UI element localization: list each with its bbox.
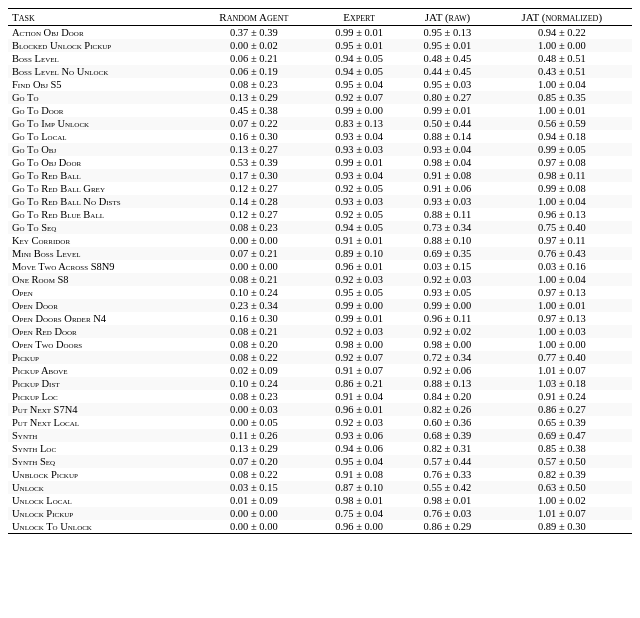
value-cell: 0.98 ± 0.01	[403, 494, 491, 507]
value-cell: 0.88 ± 0.14	[403, 130, 491, 143]
task-cell: Mini Boss Level	[8, 247, 193, 260]
value-cell: 0.08 ± 0.23	[193, 78, 315, 91]
table-row: Go To Seq0.08 ± 0.230.94 ± 0.050.73 ± 0.…	[8, 221, 632, 234]
value-cell: 1.00 ± 0.01	[492, 104, 632, 117]
value-cell: 1.00 ± 0.04	[492, 78, 632, 91]
value-cell: 0.16 ± 0.30	[193, 312, 315, 325]
value-cell: 0.60 ± 0.36	[403, 416, 491, 429]
value-cell: 0.08 ± 0.21	[193, 325, 315, 338]
value-cell: 0.00 ± 0.05	[193, 416, 315, 429]
value-cell: 1.00 ± 0.04	[492, 273, 632, 286]
value-cell: 0.03 ± 0.16	[492, 260, 632, 273]
value-cell: 0.92 ± 0.03	[315, 325, 403, 338]
value-cell: 0.00 ± 0.03	[193, 403, 315, 416]
table-row: Unlock Local0.01 ± 0.090.98 ± 0.010.98 ±…	[8, 494, 632, 507]
table-row: Go To0.13 ± 0.290.92 ± 0.070.80 ± 0.270.…	[8, 91, 632, 104]
task-cell: Go To Door	[8, 104, 193, 117]
value-cell: 0.83 ± 0.13	[315, 117, 403, 130]
value-cell: 0.91 ± 0.07	[315, 364, 403, 377]
task-cell: Go To Obj Door	[8, 156, 193, 169]
value-cell: 0.03 ± 0.15	[193, 481, 315, 494]
value-cell: 0.50 ± 0.44	[403, 117, 491, 130]
value-cell: 0.89 ± 0.30	[492, 520, 632, 534]
task-cell: Boss Level No Unlock	[8, 65, 193, 78]
value-cell: 0.96 ± 0.01	[315, 403, 403, 416]
value-cell: 0.69 ± 0.47	[492, 429, 632, 442]
task-cell: Pickup	[8, 351, 193, 364]
col-task: Task	[8, 9, 193, 26]
task-cell: Put Next S7N4	[8, 403, 193, 416]
task-cell: Pickup Loc	[8, 390, 193, 403]
value-cell: 0.68 ± 0.39	[403, 429, 491, 442]
table-row: Pickup Above0.02 ± 0.090.91 ± 0.070.92 ±…	[8, 364, 632, 377]
value-cell: 0.91 ± 0.24	[492, 390, 632, 403]
value-cell: 0.95 ± 0.03	[403, 78, 491, 91]
value-cell: 1.01 ± 0.07	[492, 507, 632, 520]
value-cell: 0.86 ± 0.21	[315, 377, 403, 390]
task-cell: Go To Red Blue Ball	[8, 208, 193, 221]
table-row: Go To Red Ball0.17 ± 0.300.93 ± 0.040.91…	[8, 169, 632, 182]
value-cell: 0.80 ± 0.27	[403, 91, 491, 104]
value-cell: 0.55 ± 0.42	[403, 481, 491, 494]
value-cell: 0.88 ± 0.10	[403, 234, 491, 247]
table-row: Put Next Local0.00 ± 0.050.92 ± 0.030.60…	[8, 416, 632, 429]
value-cell: 0.56 ± 0.59	[492, 117, 632, 130]
task-cell: Go To Red Ball Grey	[8, 182, 193, 195]
value-cell: 0.88 ± 0.11	[403, 208, 491, 221]
value-cell: 0.99 ± 0.01	[315, 156, 403, 169]
table-row: Go To Red Blue Ball0.12 ± 0.270.92 ± 0.0…	[8, 208, 632, 221]
value-cell: 0.88 ± 0.13	[403, 377, 491, 390]
table-row: Pickup Dist0.10 ± 0.240.86 ± 0.210.88 ± …	[8, 377, 632, 390]
task-cell: Unblock Pickup	[8, 468, 193, 481]
value-cell: 1.00 ± 0.02	[492, 494, 632, 507]
value-cell: 0.99 ± 0.01	[315, 312, 403, 325]
value-cell: 0.92 ± 0.05	[315, 208, 403, 221]
value-cell: 0.95 ± 0.04	[315, 78, 403, 91]
value-cell: 0.99 ± 0.00	[315, 299, 403, 312]
value-cell: 0.07 ± 0.20	[193, 455, 315, 468]
task-cell: Key Corridor	[8, 234, 193, 247]
task-cell: Go To Seq	[8, 221, 193, 234]
value-cell: 1.03 ± 0.18	[492, 377, 632, 390]
value-cell: 0.85 ± 0.35	[492, 91, 632, 104]
value-cell: 0.98 ± 0.00	[315, 338, 403, 351]
value-cell: 0.94 ± 0.05	[315, 221, 403, 234]
value-cell: 0.08 ± 0.20	[193, 338, 315, 351]
value-cell: 0.01 ± 0.09	[193, 494, 315, 507]
value-cell: 0.85 ± 0.38	[492, 442, 632, 455]
value-cell: 0.99 ± 0.01	[315, 26, 403, 40]
task-cell: Go To Obj	[8, 143, 193, 156]
table-row: One Room S80.08 ± 0.210.92 ± 0.030.92 ± …	[8, 273, 632, 286]
value-cell: 0.57 ± 0.44	[403, 455, 491, 468]
value-cell: 0.98 ± 0.00	[403, 338, 491, 351]
value-cell: 0.00 ± 0.00	[193, 234, 315, 247]
value-cell: 0.95 ± 0.13	[403, 26, 491, 40]
value-cell: 0.08 ± 0.22	[193, 468, 315, 481]
value-cell: 1.01 ± 0.07	[492, 364, 632, 377]
value-cell: 0.02 ± 0.09	[193, 364, 315, 377]
value-cell: 0.75 ± 0.04	[315, 507, 403, 520]
value-cell: 0.00 ± 0.02	[193, 39, 315, 52]
value-cell: 1.00 ± 0.00	[492, 338, 632, 351]
value-cell: 1.00 ± 0.03	[492, 325, 632, 338]
task-cell: Synth Seq	[8, 455, 193, 468]
value-cell: 0.08 ± 0.21	[193, 273, 315, 286]
value-cell: 0.13 ± 0.29	[193, 91, 315, 104]
value-cell: 0.99 ± 0.00	[403, 299, 491, 312]
value-cell: 0.12 ± 0.27	[193, 208, 315, 221]
task-cell: Go To Imp Unlock	[8, 117, 193, 130]
task-cell: Pickup Dist	[8, 377, 193, 390]
value-cell: 0.91 ± 0.08	[403, 169, 491, 182]
value-cell: 0.94 ± 0.22	[492, 26, 632, 40]
value-cell: 0.89 ± 0.10	[315, 247, 403, 260]
value-cell: 0.75 ± 0.40	[492, 221, 632, 234]
table-row: Action Obj Door0.37 ± 0.390.99 ± 0.010.9…	[8, 26, 632, 40]
value-cell: 0.93 ± 0.04	[403, 143, 491, 156]
value-cell: 0.00 ± 0.00	[193, 507, 315, 520]
value-cell: 0.37 ± 0.39	[193, 26, 315, 40]
value-cell: 0.91 ± 0.04	[315, 390, 403, 403]
value-cell: 0.73 ± 0.34	[403, 221, 491, 234]
value-cell: 0.12 ± 0.27	[193, 182, 315, 195]
col-jat-norm: JAT (normalized)	[492, 9, 632, 26]
task-cell: Unlock Local	[8, 494, 193, 507]
